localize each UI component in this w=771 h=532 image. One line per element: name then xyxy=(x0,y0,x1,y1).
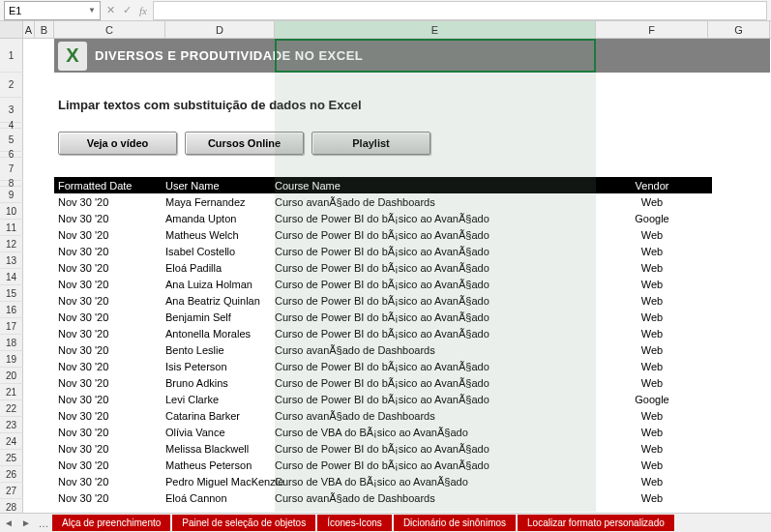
row-header[interactable]: 27 xyxy=(0,483,23,499)
table-row[interactable]: Nov 30 '20Bento LeslieCurso avanÃ§ado de… xyxy=(54,341,712,358)
cell[interactable]: Google xyxy=(596,213,708,224)
table-row[interactable]: Nov 30 '20Olívia VanceCurso de VBA do BÃ… xyxy=(54,424,712,440)
cell[interactable]: Web xyxy=(596,279,708,290)
col-header-a[interactable]: A xyxy=(23,21,35,38)
th-date[interactable]: Formatted Date xyxy=(54,180,165,192)
cell[interactable]: Curso avanÃ§ado de Dashboards xyxy=(275,492,596,504)
cell[interactable]: Curso avanÃ§ado de Dashboards xyxy=(275,344,596,356)
table-row[interactable]: Nov 30 '20Bruno AdkinsCurso de Power BI … xyxy=(54,374,712,391)
cell[interactable]: Web xyxy=(596,377,708,389)
cell[interactable]: Curso avanÃ§ado de Dashboards xyxy=(275,196,596,208)
col-header-f[interactable]: F xyxy=(596,21,708,38)
col-header-e[interactable]: E xyxy=(275,21,596,38)
row-header[interactable]: 15 xyxy=(0,285,23,302)
table-row[interactable]: Nov 30 '20Levi ClarkeCurso de Power BI d… xyxy=(54,391,712,407)
row-header[interactable]: 14 xyxy=(0,269,23,285)
table-row[interactable]: Nov 30 '20Isabel CostelloCurso de Power … xyxy=(54,243,712,259)
cell[interactable]: Melissa Blackwell xyxy=(165,443,275,455)
row-header[interactable]: 26 xyxy=(0,466,23,483)
fx-icon[interactable]: fx xyxy=(139,5,147,16)
row-header[interactable]: 2 xyxy=(0,73,23,98)
row-header[interactable]: 12 xyxy=(0,236,23,252)
table-row[interactable]: Nov 30 '20Isis PetersonCurso de Power BI… xyxy=(54,358,712,374)
table-row[interactable]: Nov 30 '20Benjamin SelfCurso de Power BI… xyxy=(54,309,712,325)
cell[interactable]: Nov 30 '20 xyxy=(54,459,165,471)
select-all-corner[interactable] xyxy=(0,21,23,38)
name-box[interactable]: E1 ▼ xyxy=(4,1,101,20)
th-vendor[interactable]: Vendor xyxy=(596,180,708,192)
cell[interactable]: Nov 30 '20 xyxy=(54,246,165,257)
cell[interactable]: Ana Beatriz Quinlan xyxy=(165,295,275,307)
cell[interactable]: Curso de Power BI do bÃ¡sico ao AvanÃ§ad… xyxy=(275,229,596,241)
row-header[interactable]: 24 xyxy=(0,433,23,450)
cell[interactable]: Ana Luiza Holman xyxy=(165,279,275,290)
cell[interactable]: Benjamin Self xyxy=(165,311,275,323)
cell[interactable]: Web xyxy=(596,196,708,208)
cell[interactable]: Curso de VBA do BÃ¡sico ao AvanÃ§ado xyxy=(275,427,596,438)
cell[interactable]: Nov 30 '20 xyxy=(54,213,165,224)
cell[interactable]: Google xyxy=(596,394,708,405)
playlist-button[interactable]: Playlist xyxy=(311,132,430,155)
cell[interactable]: Nov 30 '20 xyxy=(54,229,165,241)
cell[interactable]: Curso de Power BI do bÃ¡sico ao AvanÃ§ad… xyxy=(275,279,596,290)
cell[interactable]: Isis Peterson xyxy=(165,361,275,372)
cell[interactable]: Web xyxy=(596,476,708,488)
cell[interactable]: Nov 30 '20 xyxy=(54,344,165,356)
cell[interactable]: Nov 30 '20 xyxy=(54,377,165,389)
cell[interactable]: Matheus Welch xyxy=(165,229,275,241)
cancel-icon[interactable]: ✕ xyxy=(106,4,115,16)
table-row[interactable]: Nov 30 '20Ana Beatriz QuinlanCurso de Po… xyxy=(54,292,712,309)
cell[interactable]: Curso de Power BI do bÃ¡sico ao AvanÃ§ad… xyxy=(275,295,596,307)
cell[interactable]: Web xyxy=(596,328,708,340)
cell[interactable]: Nov 30 '20 xyxy=(54,196,165,208)
formula-input[interactable] xyxy=(153,1,767,20)
row-header[interactable]: 10 xyxy=(0,203,23,220)
tab-menu-icon[interactable]: … xyxy=(35,517,52,529)
cell[interactable]: Bruno Adkins xyxy=(165,377,275,389)
table-row[interactable]: Nov 30 '20Eloá CannonCurso avanÃ§ado de … xyxy=(54,489,712,506)
cell[interactable]: Maya Fernandez xyxy=(165,196,275,208)
cell[interactable]: Web xyxy=(596,229,708,241)
th-user[interactable]: User Name xyxy=(165,180,275,192)
cell[interactable]: Web xyxy=(596,361,708,372)
cell[interactable]: Amanda Upton xyxy=(165,213,275,224)
sheet-tab[interactable]: Localizar formato personalizado xyxy=(518,515,674,531)
cell[interactable]: Web xyxy=(596,410,708,422)
cell[interactable]: Web xyxy=(596,443,708,455)
sheet-tab[interactable]: Alça de preenchimento xyxy=(52,515,170,531)
cell[interactable]: Curso de Power BI do bÃ¡sico ao AvanÃ§ad… xyxy=(275,213,596,224)
cell[interactable]: Web xyxy=(596,492,708,504)
cell[interactable]: Nov 30 '20 xyxy=(54,476,165,488)
cell[interactable]: Nov 30 '20 xyxy=(54,492,165,504)
row-header[interactable]: 22 xyxy=(0,400,23,417)
cell[interactable]: Curso avanÃ§ado de Dashboards xyxy=(275,410,596,422)
cell[interactable]: Pedro Miguel MacKenzie xyxy=(165,476,275,488)
table-row[interactable]: Nov 30 '20Ana Luiza HolmanCurso de Power… xyxy=(54,276,712,292)
cell[interactable]: Web xyxy=(596,246,708,257)
cell[interactable]: Nov 30 '20 xyxy=(54,427,165,438)
row-header[interactable]: 9 xyxy=(0,187,23,203)
video-button[interactable]: Veja o vídeo xyxy=(58,132,177,155)
sheet-tab[interactable]: Dicionário de sinônimos xyxy=(394,515,516,531)
row-header[interactable]: 1 xyxy=(0,39,23,73)
cell[interactable]: Antonella Morales xyxy=(165,328,275,340)
cell[interactable]: Nov 30 '20 xyxy=(54,311,165,323)
cell[interactable]: Web xyxy=(596,311,708,323)
col-header-c[interactable]: C xyxy=(54,21,165,38)
sheet-tab[interactable]: Painel de seleção de objetos xyxy=(172,515,315,531)
chevron-down-icon[interactable]: ▼ xyxy=(88,6,96,15)
cell[interactable]: Nov 30 '20 xyxy=(54,279,165,290)
col-header-g[interactable]: G xyxy=(708,21,770,38)
cell[interactable]: Eloá Padilla xyxy=(165,262,275,274)
cell[interactable]: Matheus Peterson xyxy=(165,459,275,471)
table-row[interactable]: Nov 30 '20Matheus PetersonCurso de Power… xyxy=(54,457,712,473)
row-header[interactable]: 17 xyxy=(0,318,23,335)
table-row[interactable]: Nov 30 '20Matheus WelchCurso de Power BI… xyxy=(54,226,712,243)
cell[interactable]: Catarina Barker xyxy=(165,410,275,422)
tab-nav-prev-icon[interactable]: ◄ xyxy=(0,517,17,528)
cell[interactable]: Nov 30 '20 xyxy=(54,410,165,422)
cell[interactable]: Curso de Power BI do bÃ¡sico ao AvanÃ§ad… xyxy=(275,394,596,405)
cell[interactable]: Nov 30 '20 xyxy=(54,361,165,372)
table-row[interactable]: Nov 30 '20Amanda UptonCurso de Power BI … xyxy=(54,210,712,226)
col-header-d[interactable]: D xyxy=(165,21,275,38)
